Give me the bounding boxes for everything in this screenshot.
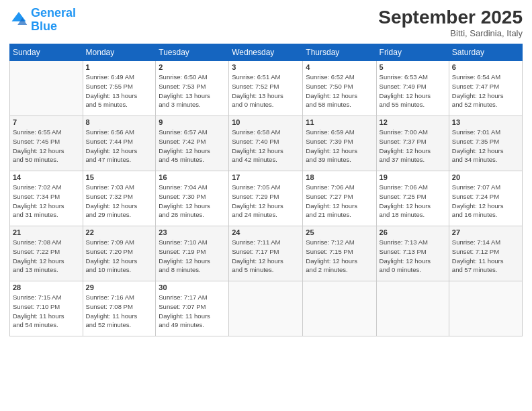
day-number: 10 (232, 118, 300, 126)
calendar-table: SundayMondayTuesdayWednesdayThursdayFrid… (9, 44, 523, 336)
calendar-day-header: Tuesday (156, 44, 229, 61)
day-info: Sunrise: 6:52 AM Sunset: 7:50 PM Dayligh… (306, 73, 373, 109)
calendar-week-row: 1Sunrise: 6:49 AM Sunset: 7:55 PM Daylig… (10, 61, 523, 116)
logo-icon (9, 11, 28, 30)
calendar-day-cell: 15Sunrise: 7:03 AM Sunset: 7:32 PM Dayli… (83, 171, 156, 226)
day-number: 18 (306, 173, 373, 181)
day-info: Sunrise: 7:07 AM Sunset: 7:24 PM Dayligh… (452, 183, 519, 220)
calendar-day-cell: 14Sunrise: 7:02 AM Sunset: 7:34 PM Dayli… (10, 171, 83, 226)
calendar-day-header: Saturday (449, 44, 522, 61)
calendar-day-header: Wednesday (229, 44, 303, 61)
calendar-day-cell: 4Sunrise: 6:52 AM Sunset: 7:50 PM Daylig… (303, 61, 376, 116)
calendar-day-cell: 17Sunrise: 7:05 AM Sunset: 7:29 PM Dayli… (229, 171, 303, 226)
day-number: 6 (452, 63, 519, 71)
day-number: 16 (159, 173, 226, 181)
day-number: 7 (13, 118, 80, 126)
day-info: Sunrise: 7:06 AM Sunset: 7:27 PM Dayligh… (306, 183, 373, 220)
calendar-day-cell: 16Sunrise: 7:04 AM Sunset: 7:30 PM Dayli… (156, 171, 229, 226)
calendar-day-cell: 8Sunrise: 6:56 AM Sunset: 7:44 PM Daylig… (83, 116, 156, 171)
day-number: 1 (86, 63, 153, 71)
calendar-day-cell: 30Sunrise: 7:17 AM Sunset: 7:07 PM Dayli… (156, 281, 229, 336)
calendar-day-cell (303, 281, 376, 336)
day-number: 13 (452, 118, 519, 126)
calendar-day-cell: 23Sunrise: 7:10 AM Sunset: 7:19 PM Dayli… (156, 226, 229, 281)
day-number: 5 (380, 63, 446, 71)
day-info: Sunrise: 7:09 AM Sunset: 7:20 PM Dayligh… (86, 238, 153, 275)
day-number: 12 (380, 118, 446, 126)
day-info: Sunrise: 7:12 AM Sunset: 7:15 PM Dayligh… (306, 238, 373, 275)
calendar-day-cell: 19Sunrise: 7:06 AM Sunset: 7:25 PM Dayli… (376, 171, 449, 226)
logo-text: General Blue (31, 7, 76, 34)
day-number: 26 (380, 228, 446, 236)
day-number: 22 (86, 228, 153, 236)
header: General Blue September 2025 Bitti, Sardi… (9, 7, 523, 38)
day-info: Sunrise: 7:05 AM Sunset: 7:29 PM Dayligh… (232, 183, 300, 220)
month-title: September 2025 (378, 7, 523, 28)
calendar-day-header: Friday (376, 44, 449, 61)
day-number: 25 (306, 228, 373, 236)
title-block: September 2025 Bitti, Sardinia, Italy (378, 7, 523, 38)
calendar-day-cell: 28Sunrise: 7:15 AM Sunset: 7:10 PM Dayli… (10, 281, 83, 336)
calendar-week-row: 21Sunrise: 7:08 AM Sunset: 7:22 PM Dayli… (10, 226, 523, 281)
calendar-week-row: 28Sunrise: 7:15 AM Sunset: 7:10 PM Dayli… (10, 281, 523, 336)
calendar-day-cell: 20Sunrise: 7:07 AM Sunset: 7:24 PM Dayli… (449, 171, 522, 226)
calendar-day-header: Thursday (303, 44, 376, 61)
day-number: 3 (232, 63, 300, 71)
day-number: 27 (452, 228, 519, 236)
day-number: 15 (86, 173, 153, 181)
calendar-day-cell: 5Sunrise: 6:53 AM Sunset: 7:49 PM Daylig… (376, 61, 449, 116)
day-info: Sunrise: 7:17 AM Sunset: 7:07 PM Dayligh… (159, 293, 226, 330)
calendar-day-header: Monday (83, 44, 156, 61)
day-number: 11 (306, 118, 373, 126)
day-info: Sunrise: 7:13 AM Sunset: 7:13 PM Dayligh… (380, 238, 446, 275)
day-info: Sunrise: 6:57 AM Sunset: 7:42 PM Dayligh… (159, 128, 226, 165)
day-number: 14 (13, 173, 80, 181)
calendar-day-cell: 29Sunrise: 7:16 AM Sunset: 7:08 PM Dayli… (83, 281, 156, 336)
calendar-day-cell (10, 61, 83, 116)
calendar-day-cell (449, 281, 522, 336)
day-info: Sunrise: 7:14 AM Sunset: 7:12 PM Dayligh… (452, 238, 519, 275)
day-info: Sunrise: 7:15 AM Sunset: 7:10 PM Dayligh… (13, 293, 80, 330)
calendar-day-header: Sunday (10, 44, 83, 61)
day-info: Sunrise: 7:00 AM Sunset: 7:37 PM Dayligh… (380, 128, 446, 165)
calendar-day-cell: 24Sunrise: 7:11 AM Sunset: 7:17 PM Dayli… (229, 226, 303, 281)
day-info: Sunrise: 7:01 AM Sunset: 7:35 PM Dayligh… (452, 128, 519, 165)
calendar-day-cell: 22Sunrise: 7:09 AM Sunset: 7:20 PM Dayli… (83, 226, 156, 281)
calendar-week-row: 7Sunrise: 6:55 AM Sunset: 7:45 PM Daylig… (10, 116, 523, 171)
day-number: 20 (452, 173, 519, 181)
calendar-day-cell: 7Sunrise: 6:55 AM Sunset: 7:45 PM Daylig… (10, 116, 83, 171)
day-info: Sunrise: 6:54 AM Sunset: 7:47 PM Dayligh… (452, 73, 519, 109)
day-number: 23 (159, 228, 226, 236)
calendar-day-cell: 21Sunrise: 7:08 AM Sunset: 7:22 PM Dayli… (10, 226, 83, 281)
day-info: Sunrise: 6:53 AM Sunset: 7:49 PM Dayligh… (380, 73, 446, 109)
calendar-day-cell: 27Sunrise: 7:14 AM Sunset: 7:12 PM Dayli… (449, 226, 522, 281)
day-number: 4 (306, 63, 373, 71)
day-info: Sunrise: 6:58 AM Sunset: 7:40 PM Dayligh… (232, 128, 300, 165)
day-info: Sunrise: 7:10 AM Sunset: 7:19 PM Dayligh… (159, 238, 226, 275)
day-number: 28 (13, 283, 80, 291)
calendar-day-cell: 26Sunrise: 7:13 AM Sunset: 7:13 PM Dayli… (376, 226, 449, 281)
location-subtitle: Bitti, Sardinia, Italy (378, 28, 523, 38)
day-info: Sunrise: 6:50 AM Sunset: 7:53 PM Dayligh… (159, 73, 226, 109)
calendar-day-cell: 18Sunrise: 7:06 AM Sunset: 7:27 PM Dayli… (303, 171, 376, 226)
calendar-day-cell (376, 281, 449, 336)
day-number: 19 (380, 173, 446, 181)
calendar-day-cell: 12Sunrise: 7:00 AM Sunset: 7:37 PM Dayli… (376, 116, 449, 171)
day-info: Sunrise: 7:03 AM Sunset: 7:32 PM Dayligh… (86, 183, 153, 220)
day-number: 30 (159, 283, 226, 291)
day-info: Sunrise: 7:16 AM Sunset: 7:08 PM Dayligh… (86, 293, 153, 330)
calendar-day-cell: 2Sunrise: 6:50 AM Sunset: 7:53 PM Daylig… (156, 61, 229, 116)
calendar-day-cell: 3Sunrise: 6:51 AM Sunset: 7:52 PM Daylig… (229, 61, 303, 116)
day-info: Sunrise: 7:08 AM Sunset: 7:22 PM Dayligh… (13, 238, 80, 275)
calendar-week-row: 14Sunrise: 7:02 AM Sunset: 7:34 PM Dayli… (10, 171, 523, 226)
day-info: Sunrise: 6:56 AM Sunset: 7:44 PM Dayligh… (86, 128, 153, 165)
day-number: 9 (159, 118, 226, 126)
calendar-day-cell: 11Sunrise: 6:59 AM Sunset: 7:39 PM Dayli… (303, 116, 376, 171)
day-number: 17 (232, 173, 300, 181)
day-info: Sunrise: 7:06 AM Sunset: 7:25 PM Dayligh… (380, 183, 446, 220)
calendar-header-row: SundayMondayTuesdayWednesdayThursdayFrid… (10, 44, 523, 61)
day-info: Sunrise: 6:51 AM Sunset: 7:52 PM Dayligh… (232, 73, 300, 109)
day-number: 8 (86, 118, 153, 126)
day-info: Sunrise: 7:11 AM Sunset: 7:17 PM Dayligh… (232, 238, 300, 275)
calendar-day-cell: 9Sunrise: 6:57 AM Sunset: 7:42 PM Daylig… (156, 116, 229, 171)
